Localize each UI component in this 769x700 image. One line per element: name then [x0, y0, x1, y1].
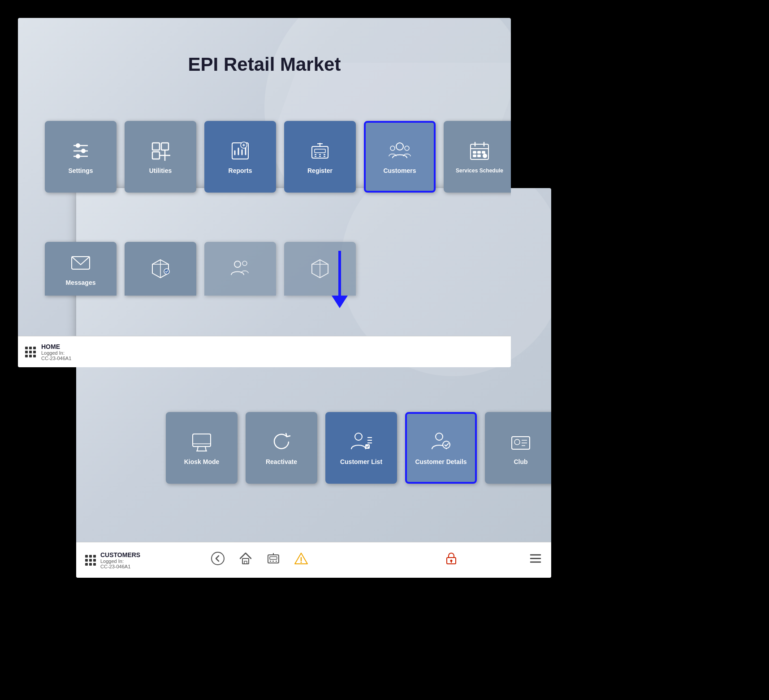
people-icon: [388, 139, 411, 163]
id-card-icon: [509, 430, 532, 454]
sub-bottom-bar: CUSTOMERS Logged In: CC-23-046A1: [76, 542, 551, 578]
main-tiles-row2: Messages: [45, 242, 356, 296]
navigation-arrow: [332, 251, 348, 308]
svg-point-41: [483, 154, 487, 158]
menu-dots-main[interactable]: [25, 347, 36, 357]
calendar-icon: [468, 140, 491, 163]
monitor-icon: [190, 430, 213, 454]
svg-point-61: [443, 441, 450, 448]
tile-settings[interactable]: Settings: [45, 121, 117, 193]
tile-inventory[interactable]: [125, 242, 196, 296]
svg-line-52: [205, 447, 206, 451]
tile-settings-label: Settings: [68, 167, 93, 174]
tile-register[interactable]: Register: [284, 121, 356, 193]
tile-register-label: Register: [307, 167, 333, 174]
svg-point-29: [396, 143, 403, 150]
tile-club-label: Club: [514, 458, 527, 465]
grid-plus-icon: [149, 139, 172, 163]
tile-customer-details-label: Customer Details: [415, 458, 467, 465]
tile-reports[interactable]: Reports: [204, 121, 276, 193]
tile-messages-label: Messages: [66, 279, 96, 286]
tile-customer-list[interactable]: Customer List: [325, 412, 397, 484]
svg-point-55: [355, 433, 362, 440]
tile-services-schedule-label: Services Schedule: [456, 167, 503, 174]
svg-rect-39: [473, 155, 476, 157]
hamburger-menu[interactable]: [529, 552, 542, 568]
warning-button[interactable]: [294, 551, 308, 569]
home-button[interactable]: [238, 551, 253, 569]
svg-rect-37: [478, 151, 480, 153]
tile-reports-label: Reports: [229, 167, 252, 174]
tile-utilities[interactable]: Utilities: [125, 121, 196, 193]
svg-rect-50: [193, 434, 211, 447]
chart-icon: [229, 139, 252, 163]
svg-point-1: [76, 144, 80, 147]
main-bottom-bar: HOME Logged In: CC-23-046A1: [18, 336, 511, 367]
sub-section-title: CUSTOMERS: [100, 551, 140, 558]
tile-club[interactable]: Club: [485, 412, 551, 484]
sub-bottom-label: CUSTOMERS Logged In: CC-23-046A1: [100, 551, 140, 569]
box2-icon: [308, 257, 332, 280]
tile-reactivate-label: Reactivate: [266, 458, 297, 465]
tile-utilities-label: Utilities: [149, 167, 172, 174]
refresh-icon: [270, 430, 293, 454]
svg-rect-40: [478, 155, 480, 157]
svg-point-31: [405, 146, 409, 150]
tile-customers-label: Customers: [383, 167, 416, 174]
arrow-line: [338, 251, 341, 296]
tile-partial-people[interactable]: [204, 242, 276, 296]
svg-rect-6: [152, 143, 160, 150]
envelope-icon: [69, 251, 92, 275]
svg-point-70: [212, 552, 224, 565]
menu-dots-sub[interactable]: [85, 555, 96, 566]
svg-rect-74: [270, 557, 277, 559]
svg-point-30: [390, 146, 395, 150]
people-partial-icon: [229, 257, 252, 280]
tile-customers[interactable]: Customers: [364, 121, 436, 193]
svg-point-60: [436, 433, 443, 440]
svg-rect-8: [152, 152, 160, 159]
tile-messages[interactable]: Messages: [45, 242, 117, 296]
sub-station: CC-23-046A1: [100, 564, 140, 569]
app-title: EPI Retail Market: [18, 54, 511, 75]
main-section-title: HOME: [41, 343, 71, 350]
svg-point-63: [514, 439, 520, 445]
svg-rect-38: [482, 151, 485, 153]
svg-point-5: [76, 155, 80, 158]
tile-kiosk-mode[interactable]: Kiosk Mode: [166, 412, 238, 484]
lock-button[interactable]: [444, 551, 458, 569]
main-tiles-row1: Settings Utilities: [45, 121, 511, 193]
svg-rect-20: [315, 149, 325, 153]
bottom-nav-icons: [211, 551, 308, 569]
svg-point-3: [82, 149, 85, 153]
tile-customer-details[interactable]: Customer Details: [405, 412, 477, 484]
svg-rect-7: [161, 143, 168, 150]
svg-rect-36: [473, 151, 476, 153]
box-icon: [149, 257, 172, 280]
sub-logged-in: Logged In:: [100, 558, 140, 564]
tile-services-schedule[interactable]: Services Schedule: [444, 121, 511, 193]
tile-reactivate[interactable]: Reactivate: [246, 412, 317, 484]
tile-kiosk-mode-label: Kiosk Mode: [184, 458, 220, 465]
svg-point-47: [242, 261, 247, 266]
back-button[interactable]: [211, 551, 225, 569]
svg-line-51: [197, 447, 198, 451]
register-icon: [308, 139, 332, 163]
arrow-head: [332, 296, 348, 308]
people-check-icon: [429, 430, 453, 454]
main-station: CC-23-046A1: [41, 356, 71, 361]
tile-customer-list-label: Customer List: [340, 458, 382, 465]
sliders-icon: [69, 139, 92, 163]
svg-point-46: [234, 261, 241, 267]
sub-tiles-row: Kiosk Mode Reactivate Customer List: [166, 412, 551, 484]
main-logged-in: Logged In:: [41, 350, 71, 356]
people-list-icon: [350, 430, 373, 454]
main-bottom-label: HOME Logged In: CC-23-046A1: [41, 343, 71, 361]
register-button[interactable]: [266, 551, 281, 569]
svg-point-81: [300, 562, 302, 563]
